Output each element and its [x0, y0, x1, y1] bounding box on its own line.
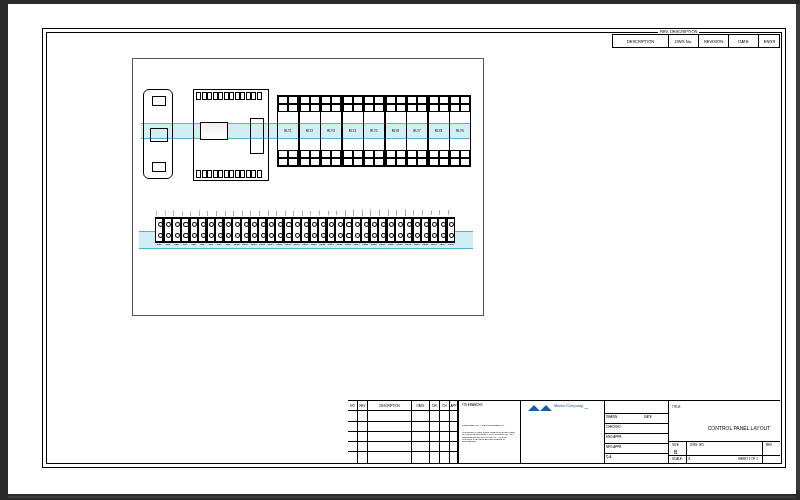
relay-label: RLY8 — [429, 112, 449, 150]
relay-label: RLY3 — [321, 112, 341, 150]
terminal-block — [387, 218, 395, 242]
terminal-label: DI04 — [232, 209, 241, 217]
terminal-label: DI07 — [258, 209, 267, 217]
terminal-id: TB21 — [327, 243, 336, 249]
terminal-id: TB24 — [352, 243, 361, 249]
terminal-block — [224, 218, 232, 242]
relay-module: RLY1 — [277, 95, 299, 167]
terminal-id: TB33 — [430, 243, 439, 249]
rev-header: DATE — [412, 401, 430, 410]
psu-port-top — [152, 96, 166, 106]
drawn-label: DRAWN — [606, 415, 617, 419]
toc-col-dwg: DWG No. — [668, 34, 698, 48]
company-logo-icon — [528, 403, 552, 411]
terminal-block — [292, 218, 300, 242]
terminal-id: TB14 — [267, 243, 276, 249]
checked-label: CHECKED — [606, 425, 621, 429]
rev-header: CH — [440, 401, 450, 410]
terminal-block — [361, 218, 369, 242]
drawing-title: CONTROL PANEL LAYOUT — [704, 425, 774, 431]
terminal-label: SP3 — [447, 209, 456, 217]
relay-label: RLY7 — [407, 112, 427, 150]
rev-row — [348, 411, 458, 421]
terminal-label: DI02 — [215, 209, 224, 217]
drawing-canvas[interactable]: REV. DESCRIPTION DESCRIPTION DWG No. REV… — [8, 4, 796, 494]
rev-label: REV — [766, 443, 772, 447]
terminal-id: TB8 — [215, 243, 224, 249]
terminal-id: TB20 — [318, 243, 327, 249]
terminal-label: DO06 — [387, 209, 396, 217]
layout-viewport[interactable]: RLY1RLY2RLY3RLY4RLY5RLY6RLY7RLY8RLY9 AC-… — [132, 58, 484, 316]
relay-module: RLY3 — [320, 95, 342, 167]
terminal-block — [284, 218, 292, 242]
rev-header: DESCRIPTION — [368, 401, 412, 410]
rev-row — [348, 432, 458, 442]
terminal-label: SP2 — [438, 209, 447, 217]
title-block: NOREVDESCRIPTIONDATEDRCHAPP TOLERANCES: … — [348, 400, 780, 462]
size-label: SIZE — [672, 443, 679, 447]
terminal-label: GND — [172, 209, 181, 217]
terminal-id: TB9 — [224, 243, 233, 249]
terminal-block — [327, 218, 335, 242]
terminal-label: AO02 — [421, 209, 430, 217]
terminal-block — [301, 218, 309, 242]
terminal-block — [370, 218, 378, 242]
terminal-id: TB16 — [284, 243, 293, 249]
dwg-no-label: DWG. NO. — [690, 443, 704, 447]
terminal-block — [413, 218, 421, 242]
terminal-block — [275, 218, 283, 242]
terminal-block — [352, 218, 360, 242]
plc-terminals-top — [196, 92, 262, 100]
plc-module — [193, 89, 269, 181]
qa-label: Q.A. — [606, 455, 612, 459]
relay-label: RLY1 — [278, 112, 298, 150]
relay-module: RLY9 — [449, 95, 471, 167]
scrollbar-vertical[interactable] — [796, 4, 800, 490]
terminal-id: TB35 — [447, 243, 456, 249]
terminal-block — [215, 218, 223, 242]
terminal-id: TB11 — [241, 243, 250, 249]
toc-col-date: DATE — [728, 34, 758, 48]
terminal-ids-bottom: TB1TB2TB3TB4TB5TB6TB7TB8TB9TB10TB11TB12T… — [155, 243, 455, 249]
terminal-id: TB19 — [309, 243, 318, 249]
terminal-id: TB23 — [344, 243, 353, 249]
rev-row — [348, 442, 458, 452]
terminal-block — [430, 218, 438, 242]
terminal-id: TB28 — [387, 243, 396, 249]
terminal-label: AC-N — [164, 209, 173, 217]
terminal-id: TB10 — [232, 243, 241, 249]
terminal-block — [267, 218, 275, 242]
rev-row — [348, 452, 458, 462]
terminal-label: 24V- — [189, 209, 198, 217]
relay-module: RLY4 — [342, 95, 364, 167]
terminal-label: AI02 — [318, 209, 327, 217]
toc-col-desc: DESCRIPTION — [612, 34, 668, 48]
proprietary-notice: THE INFORMATION CONTAINED IN THIS DRAWIN… — [462, 431, 516, 443]
terminal-label: AC-L — [155, 209, 164, 217]
psu-port-bottom — [152, 162, 166, 172]
revision-table: NOREVDESCRIPTIONDATEDRCHAPP — [348, 401, 458, 463]
terminal-block — [378, 218, 386, 242]
terminal-id: TB29 — [395, 243, 404, 249]
terminal-block — [155, 218, 163, 242]
terminal-id: TB4 — [181, 243, 190, 249]
rev-row — [348, 422, 458, 432]
terminal-label: DI10 — [284, 209, 293, 217]
scrollbar-horizontal[interactable] — [8, 496, 796, 498]
terminal-block — [250, 218, 258, 242]
terminal-id: TB32 — [421, 243, 430, 249]
company-name: Matrix Company, — [554, 403, 584, 408]
terminal-label: AO01 — [412, 209, 421, 217]
terminal-label: DI06 — [249, 209, 258, 217]
terminal-block — [344, 218, 352, 242]
plc-display — [200, 122, 228, 140]
toc-col-rev: REVISION — [698, 34, 728, 48]
terminal-id: TB5 — [189, 243, 198, 249]
relay-bank: RLY1RLY2RLY3RLY4RLY5RLY6RLY7RLY8RLY9 — [277, 95, 471, 167]
terminal-block — [438, 218, 446, 242]
toc-col-engr: ENGR — [758, 34, 780, 48]
plc-terminals-bottom — [196, 170, 262, 178]
terminal-block — [172, 218, 180, 242]
terminal-label: AI04 — [335, 209, 344, 217]
terminal-label: SP1 — [430, 209, 439, 217]
